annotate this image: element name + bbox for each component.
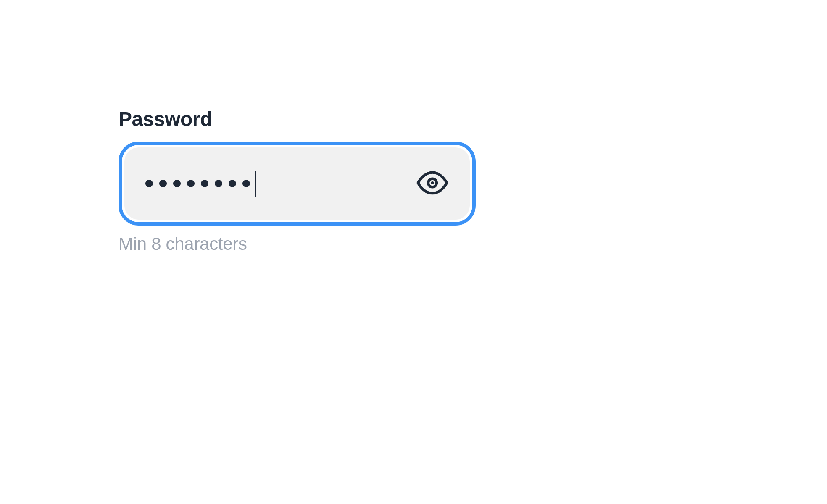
mask-dot bbox=[187, 180, 195, 187]
mask-dot bbox=[145, 180, 153, 187]
text-caret bbox=[255, 171, 256, 197]
password-mask-dots bbox=[145, 180, 250, 187]
eye-icon bbox=[416, 171, 449, 196]
mask-dot bbox=[242, 180, 250, 187]
password-hint: Min 8 characters bbox=[119, 234, 476, 254]
password-label: Password bbox=[119, 108, 476, 131]
toggle-password-visibility-button[interactable] bbox=[416, 171, 449, 196]
mask-dot bbox=[173, 180, 181, 187]
svg-point-1 bbox=[431, 181, 434, 184]
mask-dot bbox=[159, 180, 167, 187]
mask-dot bbox=[229, 180, 236, 187]
mask-dot bbox=[215, 180, 222, 187]
mask-dot bbox=[201, 180, 208, 187]
password-input-container[interactable] bbox=[119, 142, 476, 226]
password-field-group: Password Min 8 characters bbox=[119, 108, 476, 254]
